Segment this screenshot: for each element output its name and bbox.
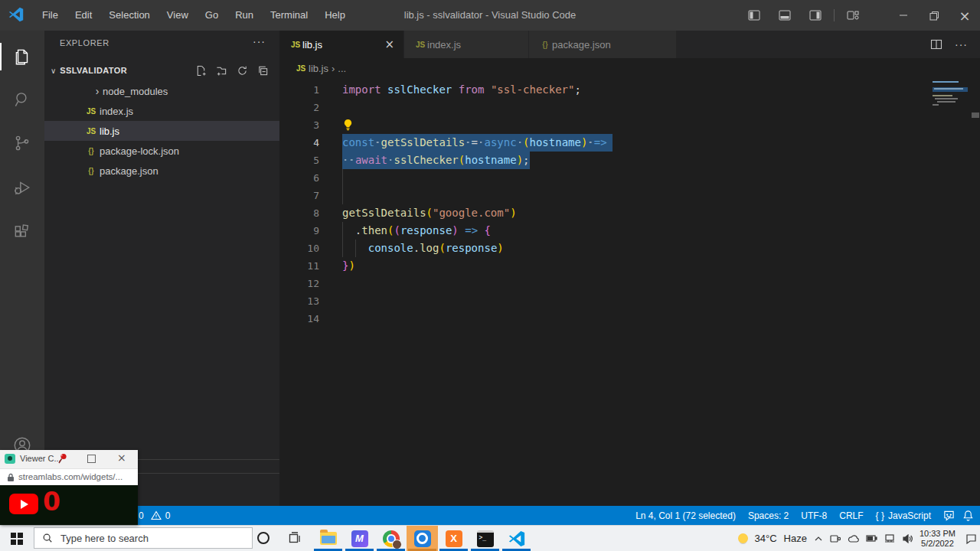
new-file-icon[interactable] <box>195 65 207 77</box>
lightbulb-icon[interactable] <box>342 119 354 131</box>
minimap[interactable] <box>931 78 969 132</box>
taskbar-app-file-explorer[interactable] <box>312 526 344 551</box>
code-line-2[interactable]: 2 <box>279 99 980 116</box>
layout-panel-icon[interactable] <box>769 0 800 31</box>
start-button[interactable] <box>0 526 34 551</box>
js-icon: JS <box>83 107 100 116</box>
code-line-8[interactable]: 8getSslDetails("google.com") <box>279 204 980 222</box>
code-line-14[interactable]: 14 <box>279 310 980 328</box>
cursor-position[interactable]: Ln 4, Col 1 (72 selected) <box>635 510 736 521</box>
file-package-lock.json[interactable]: {}package-lock.json <box>44 141 279 161</box>
eol[interactable]: CRLF <box>839 510 863 521</box>
menu-run[interactable]: Run <box>227 0 262 31</box>
viewer-count-window[interactable]: Viewer C... × streamlabs.com/widgets/...… <box>0 450 138 525</box>
code-line-5[interactable]: 5 await sslChecker(hostname); <box>279 152 980 169</box>
extensions-icon[interactable] <box>0 214 44 251</box>
taskbar-clock[interactable]: 10:33 PM 5/2/2022 <box>920 529 956 549</box>
action-center-icon[interactable] <box>965 533 977 544</box>
taskbar-app-xampp[interactable]: X <box>438 526 469 551</box>
taskbar-app-terminal[interactable]: >_ <box>469 526 501 551</box>
onedrive-icon[interactable] <box>848 535 859 543</box>
menu-selection[interactable]: Selection <box>100 0 158 31</box>
taskbar-app-streamlabs[interactable] <box>407 526 438 551</box>
weather-condition[interactable]: Haze <box>784 533 807 544</box>
language-mode[interactable]: { }JavaScript <box>876 510 931 521</box>
code-editor[interactable]: 1import sslChecker from "ssl-checker";23… <box>279 78 980 509</box>
indentation[interactable]: Spaces: 2 <box>748 510 789 521</box>
code-line-6[interactable]: 6 <box>279 169 980 187</box>
menu-file[interactable]: File <box>34 0 67 31</box>
task-view-icon[interactable] <box>288 532 301 545</box>
notifications-bell-icon[interactable] <box>962 510 974 521</box>
divider <box>834 9 835 21</box>
file-node_modules[interactable]: ›node_modules <box>44 81 279 101</box>
meet-now-icon[interactable] <box>830 534 841 543</box>
overlay-url[interactable]: streamlabs.com/widgets/... <box>18 472 122 481</box>
code-line-1[interactable]: 1import sslChecker from "ssl-checker"; <box>279 81 980 99</box>
menu-view[interactable]: View <box>158 0 197 31</box>
explorer-more-actions-icon[interactable]: ··· <box>253 35 266 47</box>
more-actions-icon[interactable]: ··· <box>955 38 968 51</box>
file-index.js[interactable]: JSindex.js <box>44 101 279 121</box>
menu-go[interactable]: Go <box>197 0 227 31</box>
network-icon[interactable] <box>884 534 895 543</box>
minimize-button[interactable] <box>888 0 919 31</box>
code-line-3[interactable]: 3 <box>279 116 980 134</box>
viewer-count-titlebar[interactable]: Viewer C... × <box>0 450 138 469</box>
overview-ruler-mark <box>972 112 979 118</box>
collapse-folders-icon[interactable] <box>257 65 269 77</box>
search-icon[interactable] <box>0 81 44 118</box>
explorer-section-header[interactable]: ∨ SSLVALIDATOR <box>44 61 279 80</box>
battery-icon[interactable] <box>866 535 877 542</box>
taskbar-app-app-m[interactable]: M <box>344 526 375 551</box>
indent-guide <box>342 240 343 257</box>
encoding[interactable]: UTF-8 <box>801 510 827 521</box>
menu-edit[interactable]: Edit <box>67 0 100 31</box>
layout-sidebar-left-icon[interactable] <box>739 0 769 31</box>
status-label: JavaScript <box>888 510 931 521</box>
overlay-url-bar[interactable]: streamlabs.com/widgets/... <box>0 469 138 485</box>
source-control-icon[interactable] <box>0 125 44 161</box>
refresh-icon[interactable] <box>237 65 248 77</box>
run-and-debug-icon[interactable] <box>0 169 44 206</box>
code-line-7[interactable]: 7 <box>279 187 980 204</box>
tab-lib.js[interactable]: JSlib.js× <box>279 31 404 58</box>
breadcrumb[interactable]: JS lib.js › ... <box>279 58 980 78</box>
code-line-13[interactable]: 13 <box>279 292 980 310</box>
code-line-12[interactable]: 12 <box>279 275 980 292</box>
taskbar-app-google-chrome[interactable] <box>375 526 407 551</box>
close-button[interactable]: × <box>949 0 980 31</box>
file-lib.js[interactable]: JSlib.js <box>44 121 279 141</box>
file-package.json[interactable]: {}package.json <box>44 161 279 181</box>
pin-icon[interactable] <box>57 452 69 465</box>
breadcrumb-symbol[interactable]: ... <box>338 63 346 74</box>
js-icon: JS <box>413 41 427 49</box>
code-line-4[interactable]: 4const getSslDetails = async (hostname) … <box>279 134 980 152</box>
layout-sidebar-right-icon[interactable] <box>800 0 831 31</box>
code-line-10[interactable]: 10 console.log(response) <box>279 240 980 257</box>
indent-guide <box>342 222 343 240</box>
menu-help[interactable]: Help <box>316 0 354 31</box>
restore-button[interactable] <box>919 0 949 31</box>
customize-layout-icon[interactable] <box>838 0 868 31</box>
files-icon[interactable] <box>0 38 44 75</box>
tab-close-icon[interactable]: × <box>374 37 394 51</box>
breadcrumb-file[interactable]: lib.js <box>309 63 328 74</box>
cortana-icon[interactable] <box>257 532 270 544</box>
weather-icon[interactable] <box>738 533 748 543</box>
new-folder-icon[interactable] <box>216 65 227 77</box>
tab-package.json[interactable]: {}package.json <box>529 31 677 58</box>
taskbar-app-visual-studio-code[interactable] <box>501 526 532 551</box>
taskbar-search-input[interactable]: Type here to search <box>34 527 253 549</box>
feedback-icon[interactable] <box>943 510 955 521</box>
code-line-11[interactable]: 11}) <box>279 257 980 275</box>
split-editor-icon[interactable] <box>930 38 942 51</box>
overlay-maximize-icon[interactable] <box>87 455 96 463</box>
code-line-9[interactable]: 9 .then((response) => { <box>279 222 980 240</box>
weather-temperature[interactable]: 34°C <box>755 533 777 544</box>
tab-index.js[interactable]: JSindex.js <box>404 31 529 58</box>
hidden-icons-chevron[interactable] <box>814 535 823 543</box>
menu-terminal[interactable]: Terminal <box>262 0 316 31</box>
overlay-close-icon[interactable]: × <box>117 452 126 464</box>
volume-icon[interactable] <box>902 534 913 543</box>
